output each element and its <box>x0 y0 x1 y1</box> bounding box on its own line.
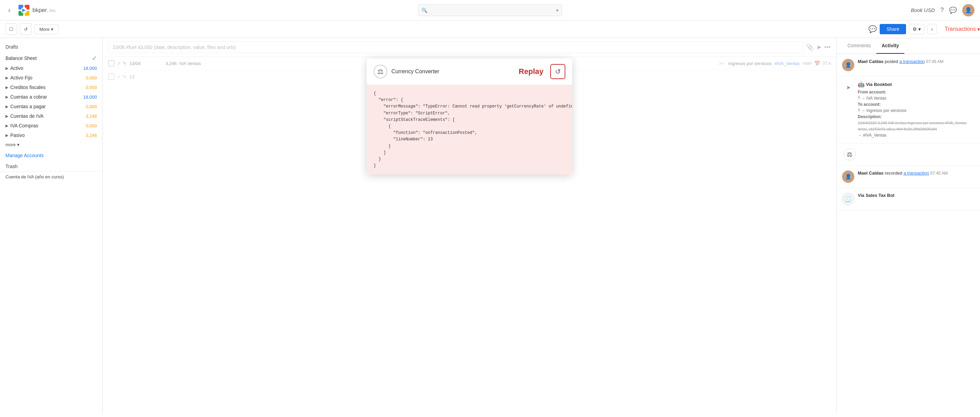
sidebar-item-drafts[interactable]: Drafts <box>0 42 102 52</box>
toolbar-right: 💬 Share ⚙ ▾ › <box>869 24 937 34</box>
sidebar-item-pasivo[interactable]: ▶ Pasivo 3,246 <box>0 131 102 140</box>
activity-avatar-1: 👤 <box>842 59 854 71</box>
search-icon: 🔍 <box>422 8 427 13</box>
refresh-button[interactable]: ↺ <box>20 23 32 35</box>
header-right: Book USD ? 💬 👤 <box>911 4 975 16</box>
settings-caret-icon: ▾ <box>918 26 921 32</box>
activity-content-2: 🤖 Via Bookbot From account: ? → IVA Vent… <box>858 81 975 138</box>
transactions-button[interactable]: Transactions ▾ <box>945 26 980 32</box>
header: ‹ bkper, Inc. 🔍 ▾ Book USD ? 💬 👤 <box>0 0 980 21</box>
activity-link-1[interactable]: a transaction <box>899 59 924 64</box>
sales-tax-bot-icon: 🧾 <box>842 193 854 205</box>
tab-comments[interactable]: Comments <box>842 38 876 54</box>
activity-meta-3: Mael Caldas recorded a transaction 07:45… <box>858 170 975 176</box>
arrow-icon: ▶ <box>5 85 8 90</box>
sidebar-item-cuenta[interactable]: Cuenta de IVA (año en curso) <box>0 171 102 182</box>
arrow-icon: ▶ <box>5 66 8 70</box>
checkbox-toolbar[interactable]: ☐ <box>5 23 17 35</box>
transactions-caret-icon: ▾ <box>977 26 980 32</box>
replay-icon-button[interactable]: ↺ <box>550 64 565 79</box>
activity-item-2: ➤ 🤖 Via Bookbot From account: ? → IVA Ve… <box>837 76 980 143</box>
user-avatar[interactable]: 👤 <box>962 4 975 16</box>
search-input[interactable] <box>418 5 562 16</box>
arrow-icon: ▶ <box>5 104 8 109</box>
modal-overlay: ⚖ Currency Converter Replay ↺ { "error":… <box>103 38 836 414</box>
panel-tabs: Comments Activity <box>837 38 980 54</box>
arrow-icon: ▶ <box>5 133 8 138</box>
manage-accounts-link[interactable]: Manage Accounts <box>0 149 102 162</box>
activity-item-3: 👤 Mael Caldas recorded a transaction 07:… <box>837 166 980 188</box>
activity-item-4: 🧾 Via Sales Tax Bot <box>837 188 980 210</box>
sidebar-item-cuentas-pagar[interactable]: ▶ Cuentas a pagar 0,000 <box>0 102 102 111</box>
modal-title: Currency Converter <box>391 68 515 75</box>
share-button[interactable]: Share <box>880 24 906 34</box>
activity-content-3: Mael Caldas recorded a transaction 07:45… <box>858 170 975 183</box>
toolbar: ☐ ↺ More ▾ 💬 Share ⚙ ▾ › Transactions ▾ <box>0 21 980 38</box>
activity-meta-1: Mael Caldas posted a transaction 07:45 A… <box>858 59 975 64</box>
activity-via-salestax: Via Sales Tax Bot <box>858 193 975 198</box>
comment-toolbar-icon[interactable]: 💬 <box>869 25 877 33</box>
sidebar-item-creditos-fiscales[interactable]: ▶ Creditos fiscales 0,000 <box>0 83 102 92</box>
arrow-icon: ▶ <box>5 76 8 80</box>
activity-via-bookbot: 🤖 Via Bookbot <box>858 81 975 88</box>
header-left: ‹ bkper, Inc. <box>5 4 57 17</box>
arrow-icon: ▶ <box>5 95 8 99</box>
settings-button[interactable]: ⚙ ▾ <box>909 24 924 34</box>
modal-header: ⚖ Currency Converter Replay ↺ <box>367 59 572 85</box>
activity-content-4: Via Sales Tax Bot <box>858 193 975 205</box>
right-panel: Comments Activity 👤 Mael Caldas posted a… <box>836 38 980 414</box>
replay-icon: ↺ <box>555 67 561 76</box>
logo: bkper, Inc. <box>18 4 57 17</box>
settings-icon: ⚙ <box>913 26 917 32</box>
main-layout: Drafts Balance Sheet ✓ ▶ Activo 18,000 ▶… <box>0 38 980 414</box>
sidebar: Drafts Balance Sheet ✓ ▶ Activo 18,000 ▶… <box>0 38 103 414</box>
sidebar-item-iva-compras[interactable]: ▶ IVA Compras 0,000 <box>0 121 102 131</box>
back-button[interactable]: ‹ <box>5 5 13 15</box>
activity-content-1: Mael Caldas posted a transaction 07:45 A… <box>858 59 975 71</box>
search-container: 🔍 ▾ <box>418 5 562 16</box>
book-name: Book USD <box>911 7 935 13</box>
balance-sheet-check-icon: ✓ <box>92 54 97 62</box>
sidebar-item-activo[interactable]: ▶ Activo 18,000 <box>0 63 102 73</box>
activity-detail-2: From account: ? → IVA Ventas To account:… <box>858 89 975 138</box>
more-caret-icon: ▾ <box>51 27 53 32</box>
help-icon[interactable]: ? <box>940 6 944 14</box>
toolbar-left: ☐ ↺ More ▾ <box>5 23 59 35</box>
activity-item-bookbot-icon: ⚖ <box>837 143 980 166</box>
activity-item-1: 👤 Mael Caldas posted a transaction 07:45… <box>837 54 980 76</box>
modal-body: { "error": { "errorMessage": "TypeError:… <box>367 85 572 175</box>
expand-icon: › <box>931 26 933 32</box>
activity-time-3: 07:45 AM <box>930 171 948 176</box>
content-area: 📎 ➤ ••• ✓ ✎ 13/04 3,246 IVA Ventas >> In… <box>103 38 836 414</box>
modal-converter-icon: ⚖ <box>374 65 387 78</box>
sidebar-item-activo-fijo[interactable]: ▶ Activo Fijo 0,000 <box>0 73 102 83</box>
currency-converter-modal: ⚖ Currency Converter Replay ↺ { "error":… <box>367 59 572 175</box>
search-dropdown-icon[interactable]: ▾ <box>556 8 558 13</box>
logo-text: bkper, Inc. <box>33 7 57 14</box>
replay-button[interactable]: Replay <box>519 67 543 76</box>
activity-time-1: 07:45 AM <box>926 59 943 64</box>
sidebar-item-cuentas-cobrar[interactable]: ▶ Cuentas a cobrar 18,000 <box>0 92 102 102</box>
arrow-icon: ▶ <box>5 114 8 118</box>
activity-avatar-3: 👤 <box>842 170 854 183</box>
send-direction-icon: ➤ <box>842 81 854 94</box>
chat-icon[interactable]: 💬 <box>949 6 957 14</box>
sidebar-item-trash[interactable]: Trash <box>0 162 102 171</box>
bkper-logo-icon <box>18 4 30 17</box>
error-json-content: { "error": { "errorMessage": "TypeError:… <box>374 91 565 169</box>
arrow-icon: ▶ <box>5 124 8 128</box>
more-button[interactable]: More ▾ <box>34 24 59 34</box>
expand-button[interactable]: › <box>927 24 937 34</box>
activity-link-3[interactable]: a transaction <box>904 170 929 176</box>
balance-sheet-header: Balance Sheet ✓ <box>0 52 102 63</box>
sidebar-more-button[interactable]: more ▾ <box>0 140 102 149</box>
sidebar-item-cuentas-iva[interactable]: ▶ Cuentas de IVA 3,246 <box>0 111 102 121</box>
more-caret-small-icon: ▾ <box>17 142 19 147</box>
tab-activity[interactable]: Activity <box>876 38 905 54</box>
bookbot-avatar-icon: ⚖ <box>843 148 856 161</box>
bookbot-icon: 🤖 <box>858 81 865 88</box>
